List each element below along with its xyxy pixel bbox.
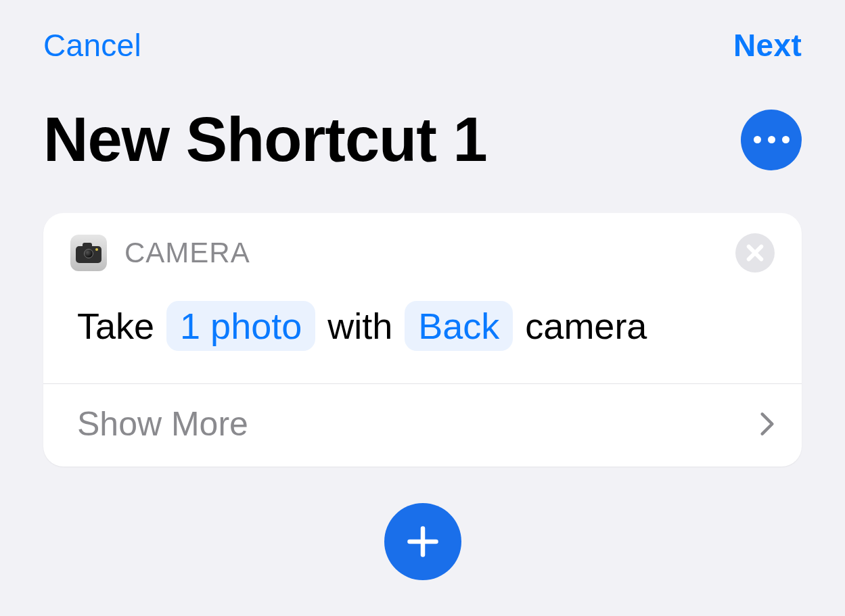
more-options-button[interactable]	[741, 110, 802, 170]
action-description: Take 1 photo with Back camera	[43, 273, 802, 383]
photo-count-parameter[interactable]: 1 photo	[166, 301, 315, 351]
camera-icon	[76, 243, 101, 263]
show-more-row[interactable]: Show More	[43, 384, 802, 467]
next-button[interactable]: Next	[733, 27, 802, 64]
action-app-label: CAMERA	[124, 237, 250, 269]
ellipsis-icon	[782, 136, 790, 143]
ellipsis-icon	[768, 136, 775, 143]
chevron-right-icon	[760, 410, 775, 437]
action-text-with: with	[327, 305, 392, 347]
action-card-header: CAMERA	[43, 213, 802, 273]
close-icon	[746, 243, 764, 262]
camera-side-parameter[interactable]: Back	[405, 301, 513, 351]
title-row: New Shortcut 1	[43, 104, 802, 175]
remove-action-button[interactable]	[735, 233, 775, 273]
add-action-row	[43, 499, 802, 580]
plus-icon	[405, 524, 440, 559]
navigation-bar: Cancel Next	[43, 0, 802, 91]
add-action-button[interactable]	[384, 503, 461, 580]
camera-app-icon	[70, 235, 107, 271]
page-title: New Shortcut 1	[43, 104, 487, 175]
action-text-camera: camera	[525, 305, 647, 347]
action-card: CAMERA Take 1 photo with Back camera Sho…	[43, 213, 802, 467]
show-more-label: Show More	[77, 404, 248, 444]
ellipsis-icon	[754, 136, 761, 143]
action-text-take: Take	[77, 305, 154, 347]
cancel-button[interactable]: Cancel	[43, 27, 141, 64]
